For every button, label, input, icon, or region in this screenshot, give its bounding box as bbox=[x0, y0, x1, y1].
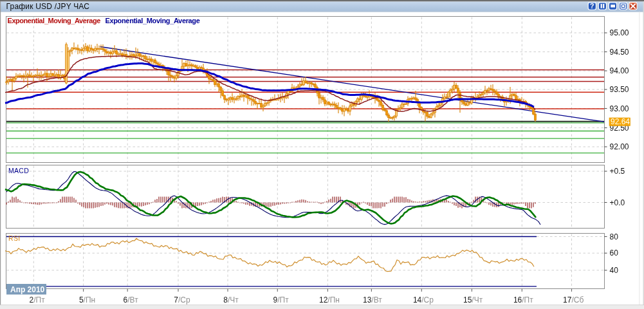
svg-text:16/Пт: 16/Пт bbox=[513, 295, 533, 304]
svg-text:?: ? bbox=[590, 2, 594, 10]
svg-text:5/Пн: 5/Пн bbox=[79, 295, 95, 304]
svg-text:13/Вт: 13/Вт bbox=[363, 295, 382, 304]
svg-text:14/Ср: 14/Ср bbox=[413, 295, 434, 304]
svg-text:93.00: 93.00 bbox=[610, 104, 629, 113]
svg-text:94.50: 94.50 bbox=[610, 48, 629, 57]
svg-text:Exponential_Moving_Average: Exponential_Moving_Average bbox=[106, 17, 200, 24]
svg-text:92.64: 92.64 bbox=[611, 117, 630, 126]
svg-text:8/Чт: 8/Чт bbox=[223, 295, 239, 304]
svg-text:+0.5: +0.5 bbox=[610, 167, 625, 176]
svg-text:92.00: 92.00 bbox=[610, 142, 629, 151]
svg-text:7/Ср: 7/Ср bbox=[174, 295, 190, 304]
svg-text:80: 80 bbox=[610, 232, 619, 241]
svg-text:60: 60 bbox=[610, 248, 619, 258]
svg-text:График USD /JPY ЧАС: График USD /JPY ЧАС bbox=[6, 2, 90, 11]
svg-text:6/Вт: 6/Вт bbox=[124, 295, 139, 304]
svg-text:Exponential_Moving_Average: Exponential_Moving_Average bbox=[8, 17, 101, 24]
svg-text:93.50: 93.50 bbox=[610, 85, 629, 94]
svg-text:17/Сб: 17/Сб bbox=[563, 295, 584, 304]
svg-text:94.00: 94.00 bbox=[610, 66, 629, 75]
svg-text:RSI: RSI bbox=[8, 234, 20, 242]
svg-text:Апр 2010: Апр 2010 bbox=[10, 285, 45, 294]
svg-text:12/Пн: 12/Пн bbox=[319, 295, 340, 304]
svg-text:MACD: MACD bbox=[8, 167, 29, 174]
svg-text:+0.0: +0.0 bbox=[610, 198, 625, 207]
svg-text:95.00: 95.00 bbox=[610, 28, 629, 37]
svg-text:2/Пт: 2/Пт bbox=[30, 295, 46, 304]
svg-text:40: 40 bbox=[610, 266, 619, 275]
svg-text:15/Чт: 15/Чт bbox=[463, 295, 483, 304]
svg-text:9/Пт: 9/Пт bbox=[273, 295, 290, 304]
